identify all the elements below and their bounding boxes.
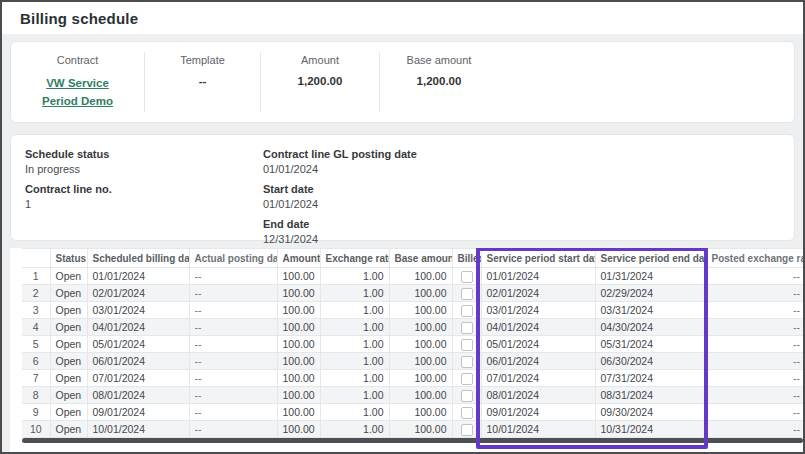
cell-billed bbox=[452, 302, 481, 319]
column-header-sp_end[interactable]: Service period end date bbox=[595, 249, 706, 268]
cell-num: 9 bbox=[22, 404, 50, 421]
billed-checkbox[interactable] bbox=[461, 305, 473, 317]
start-date-value: 01/01/2024 bbox=[263, 198, 780, 210]
cell-posted: -- bbox=[706, 387, 803, 404]
cell-scheduled: 08/01/2024 bbox=[87, 387, 189, 404]
cell-num: 8 bbox=[22, 387, 50, 404]
billed-checkbox[interactable] bbox=[461, 339, 473, 351]
cell-posted: -- bbox=[706, 302, 803, 319]
column-header-actual[interactable]: Actual posting date bbox=[189, 249, 277, 268]
cell-sp_end: 09/30/2024 bbox=[595, 404, 706, 421]
schedule-status-label: Schedule status bbox=[25, 148, 263, 160]
cell-actual: -- bbox=[189, 319, 277, 336]
column-header-exchange[interactable]: Exchange rate bbox=[320, 249, 389, 268]
template-value: -- bbox=[145, 75, 260, 87]
horizontal-scrollbar[interactable] bbox=[22, 438, 803, 443]
cell-sp_end: 06/30/2024 bbox=[595, 353, 706, 370]
contract-link[interactable]: VW Service Period Demo bbox=[34, 75, 122, 111]
cell-posted: -- bbox=[706, 370, 803, 387]
billed-checkbox[interactable] bbox=[461, 288, 473, 300]
cell-scheduled: 07/01/2024 bbox=[87, 370, 189, 387]
column-header-scheduled[interactable]: Scheduled billing date bbox=[87, 249, 189, 268]
cell-status: Open bbox=[50, 336, 87, 353]
contract-line-no-label: Contract line no. bbox=[25, 183, 263, 195]
column-header-base[interactable]: Base amount bbox=[389, 249, 452, 268]
cell-amount: 100.00 bbox=[277, 268, 320, 285]
cell-actual: -- bbox=[189, 404, 277, 421]
contract-line-no-field: Contract line no. 1 bbox=[25, 183, 263, 210]
cell-amount: 100.00 bbox=[277, 302, 320, 319]
schedule-table-wrap: StatusScheduled billing dateActual posti… bbox=[10, 248, 803, 438]
table-row: 9Open09/01/2024--100.001.00100.0009/01/2… bbox=[22, 404, 803, 421]
cell-status: Open bbox=[50, 404, 87, 421]
column-header-amount[interactable]: Amount bbox=[277, 249, 320, 268]
cell-amount: 100.00 bbox=[277, 387, 320, 404]
cell-exchange: 1.00 bbox=[320, 370, 389, 387]
cell-num: 10 bbox=[22, 421, 50, 438]
cell-actual: -- bbox=[189, 387, 277, 404]
table-row: 3Open03/01/2024--100.001.00100.0003/01/2… bbox=[22, 302, 803, 319]
billed-checkbox[interactable] bbox=[461, 271, 473, 283]
cell-num: 6 bbox=[22, 353, 50, 370]
cell-status: Open bbox=[50, 319, 87, 336]
cell-sp_start: 08/01/2024 bbox=[481, 387, 595, 404]
billed-checkbox[interactable] bbox=[461, 390, 473, 402]
cell-status: Open bbox=[50, 421, 87, 438]
page-header: Billing schedule bbox=[2, 2, 803, 34]
cell-posted: -- bbox=[706, 421, 803, 438]
table-row: 4Open04/01/2024--100.001.00100.0004/01/2… bbox=[22, 319, 803, 336]
cell-sp_start: 06/01/2024 bbox=[481, 353, 595, 370]
cell-base: 100.00 bbox=[389, 404, 452, 421]
cell-actual: -- bbox=[189, 285, 277, 302]
cell-amount: 100.00 bbox=[277, 285, 320, 302]
cell-sp_start: 04/01/2024 bbox=[481, 319, 595, 336]
cell-num: 2 bbox=[22, 285, 50, 302]
column-header-posted[interactable]: Posted exchange rate bbox=[706, 249, 803, 268]
cell-status: Open bbox=[50, 387, 87, 404]
cell-billed bbox=[452, 387, 481, 404]
billed-checkbox[interactable] bbox=[461, 407, 473, 419]
cell-amount: 100.00 bbox=[277, 421, 320, 438]
cell-sp_start: 07/01/2024 bbox=[481, 370, 595, 387]
cell-scheduled: 05/01/2024 bbox=[87, 336, 189, 353]
cell-scheduled: 10/01/2024 bbox=[87, 421, 189, 438]
cell-posted: -- bbox=[706, 319, 803, 336]
billed-checkbox[interactable] bbox=[461, 356, 473, 368]
base-amount-label: Base amount bbox=[380, 54, 498, 66]
billed-checkbox[interactable] bbox=[461, 373, 473, 385]
cell-num: 3 bbox=[22, 302, 50, 319]
cell-sp_start: 10/01/2024 bbox=[481, 421, 595, 438]
billed-checkbox[interactable] bbox=[461, 424, 473, 436]
cell-scheduled: 01/01/2024 bbox=[87, 268, 189, 285]
cell-sp_end: 01/31/2024 bbox=[595, 268, 706, 285]
column-header-billed[interactable]: Billed bbox=[452, 249, 481, 268]
column-header-status[interactable]: Status bbox=[50, 249, 87, 268]
cell-amount: 100.00 bbox=[277, 353, 320, 370]
cell-actual: -- bbox=[189, 421, 277, 438]
start-date-field: Start date 01/01/2024 bbox=[263, 183, 780, 210]
column-header-sp_start[interactable]: Service period start date bbox=[481, 249, 595, 268]
cell-sp_start: 01/01/2024 bbox=[481, 268, 595, 285]
cell-exchange: 1.00 bbox=[320, 285, 389, 302]
base-amount-value: 1,200.00 bbox=[380, 75, 498, 87]
cell-billed bbox=[452, 268, 481, 285]
summary-card: Contract VW Service Period Demo Template… bbox=[10, 41, 795, 123]
cell-billed bbox=[452, 319, 481, 336]
contract-label: Contract bbox=[11, 54, 144, 66]
billing-schedule-table: StatusScheduled billing dateActual posti… bbox=[22, 248, 803, 438]
billed-checkbox[interactable] bbox=[461, 322, 473, 334]
summary-base-amount: Base amount 1,200.00 bbox=[380, 52, 498, 112]
cell-billed bbox=[452, 370, 481, 387]
cell-num: 7 bbox=[22, 370, 50, 387]
cell-billed bbox=[452, 336, 481, 353]
amount-value: 1,200.00 bbox=[261, 75, 379, 87]
cell-scheduled: 09/01/2024 bbox=[87, 404, 189, 421]
cell-exchange: 1.00 bbox=[320, 421, 389, 438]
schedule-table-card: StatusScheduled billing dateActual posti… bbox=[10, 248, 803, 452]
details-left-column: Schedule status In progress Contract lin… bbox=[25, 148, 263, 227]
contract-line-no-value: 1 bbox=[25, 198, 263, 210]
cell-sp_end: 08/31/2024 bbox=[595, 387, 706, 404]
cell-base: 100.00 bbox=[389, 285, 452, 302]
cell-base: 100.00 bbox=[389, 268, 452, 285]
cell-exchange: 1.00 bbox=[320, 404, 389, 421]
